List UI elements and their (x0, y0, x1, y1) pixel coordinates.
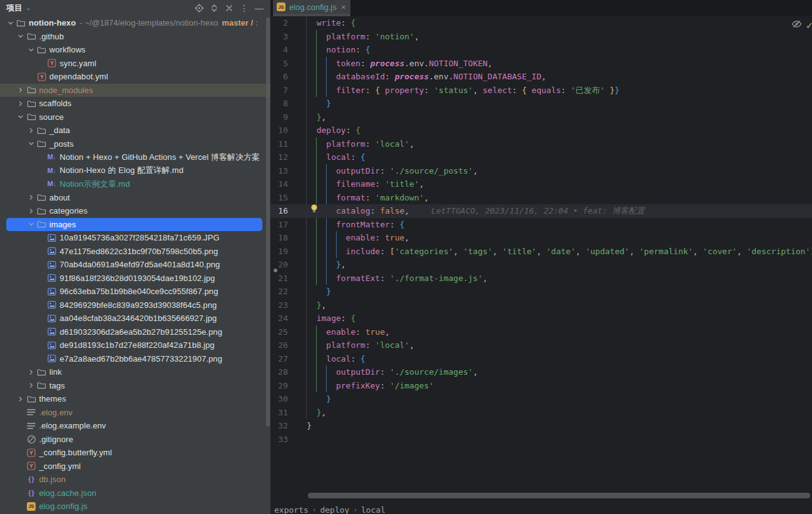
code-line[interactable]: 29 prefixKey: '/images' (270, 379, 812, 393)
code-line[interactable]: 19 include: ['categories', 'tags', 'titl… (270, 245, 812, 259)
tree-item[interactable]: Ysync.yaml (0, 57, 270, 71)
code-line[interactable]: 5 token: process.env.NOTION_TOKEN, (270, 57, 812, 71)
chevron-right-icon[interactable] (26, 192, 36, 202)
tree-item[interactable]: images (0, 218, 270, 232)
tree-item[interactable]: 70ab4da0691a94efd97d5ae401a8d140.png (0, 258, 270, 272)
tree-item[interactable]: 91f86a18f236b28d0193054dae19b102.jpg (0, 272, 270, 285)
tree-item[interactable]: 84296929bfe8c839a9293d39038f64c5.png (0, 299, 270, 312)
code-line[interactable]: 20 }, (270, 258, 812, 272)
tree-item[interactable]: de91d8193c1b7d27e88f220af42a71b8.jpg (0, 339, 270, 352)
tree-item[interactable]: e7a2a8aed67b2bb6ae47857733221907.png (0, 352, 270, 366)
code-line[interactable]: 25 enable: true, (270, 325, 812, 339)
tree-item[interactable]: .github (0, 30, 270, 44)
code-line[interactable]: 31 }, (270, 406, 812, 420)
code-line[interactable]: 2 write: { (270, 16, 812, 30)
chevron-down-icon[interactable] (26, 139, 36, 149)
code-line[interactable]: 23 }, (270, 299, 812, 312)
tree-item[interactable]: .gitignore (0, 433, 270, 447)
editor-horizontal-scrollbar[interactable] (308, 493, 810, 498)
highlighting-eye-icon[interactable] (791, 19, 802, 32)
chevron-down-icon[interactable] (26, 45, 36, 55)
code-viewport[interactable]: 2 write: {3 platform: 'notion',4 notion:… (270, 16, 812, 514)
tree-item[interactable]: workflows (0, 43, 270, 57)
code-line[interactable]: 28 outputDir: './source/images', (270, 365, 812, 379)
tree-item[interactable]: link (0, 365, 270, 379)
tree-item[interactable]: 96c63eba75b1b9b8e040ce9cc955f867.png (0, 285, 270, 299)
chevron-right-icon[interactable] (16, 85, 26, 95)
tree-item[interactable]: themes (0, 392, 270, 406)
tab-elog-config-js[interactable]: JS elog.config.js × (273, 0, 350, 14)
code-line[interactable]: 8 } (270, 97, 812, 111)
locate-icon[interactable] (192, 2, 207, 14)
code-line[interactable]: 22 } (270, 285, 812, 299)
chevron-down-icon[interactable] (16, 31, 26, 41)
code-line[interactable]: 12 local: { (270, 151, 812, 164)
intention-bulb-icon[interactable] (310, 204, 319, 218)
code-line[interactable]: 24 image: { (270, 312, 812, 325)
tree-item[interactable]: d619032306d2a6ea5b2b27b91255125e.png (0, 325, 270, 339)
tree-item[interactable]: M↓Notion-Hexo 的 Elog 配置详解.md (0, 164, 270, 178)
chevron-right-icon[interactable] (26, 126, 36, 136)
code-line[interactable]: 14 filename: 'title', (270, 177, 812, 191)
chevron-down-icon[interactable] (16, 112, 26, 122)
collapse-all-icon[interactable] (222, 2, 237, 14)
project-panel-scrollbar[interactable] (266, 17, 270, 427)
code-line[interactable]: 33 (270, 433, 812, 447)
tree-item[interactable]: { }db.json (0, 473, 270, 487)
breadcrumb-item-exports[interactable]: exports (274, 503, 309, 514)
tree-item[interactable]: aa04e8cfab38a2346420b1b635666927.jpg (0, 312, 270, 325)
code-line[interactable]: 27 local: { (270, 352, 812, 366)
code-line[interactable]: 10 deploy: { (270, 124, 812, 137)
tree-item[interactable]: notion-hexo- ~/@1874/elog-templates/noti… (0, 16, 270, 30)
tree-item[interactable]: .elog.example.env (0, 419, 270, 433)
code-line[interactable]: 26 platform: 'local', (270, 339, 812, 352)
code-line[interactable]: 6 databaseId: process.env.NOTION_DATABAS… (270, 70, 812, 84)
close-icon[interactable]: × (341, 2, 346, 12)
chevron-right-icon[interactable] (26, 206, 36, 216)
tree-item[interactable]: { }elog.cache.json (0, 487, 270, 500)
code-line[interactable]: 32} (270, 419, 812, 433)
tree-item[interactable]: _posts (0, 137, 270, 151)
chevron-right-icon[interactable] (26, 380, 36, 390)
code-line-current[interactable]: 16 catalog: false,LetTTGACO, 2023/11/16,… (270, 204, 812, 218)
code-line[interactable]: 30 } (270, 392, 812, 406)
code-line[interactable]: 7 filter: { property: 'status', select: … (270, 84, 812, 97)
tree-item[interactable]: scaffolds (0, 97, 270, 111)
code-line[interactable]: 13 outputDir: './source/_posts', (270, 164, 812, 178)
breadcrumb-item-deploy[interactable]: deploy (320, 503, 349, 514)
code-line[interactable]: 17 frontMatter: { (270, 218, 812, 232)
code-line[interactable]: 3 platform: 'notion', (270, 30, 812, 44)
tree-item[interactable]: 10a91945736a3027f2854218fa71c659.JPG (0, 231, 270, 245)
tree-item[interactable]: .elog.env (0, 406, 270, 420)
tree-item[interactable]: Ydependabot.yml (0, 70, 270, 84)
tree-item[interactable]: _data (0, 124, 270, 137)
tree-item[interactable]: source (0, 111, 270, 124)
code-line[interactable]: 18 enable: true, (270, 231, 812, 245)
chevron-right-icon[interactable] (16, 394, 26, 404)
chevron-down-icon[interactable]: ⌄ (26, 4, 31, 11)
tree-item[interactable]: M↓Notion示例文章.md (0, 177, 270, 191)
tree-item[interactable]: node_modules (0, 84, 270, 97)
more-icon[interactable]: ⋮ (237, 2, 252, 14)
breadcrumb-item-local[interactable]: local (361, 503, 385, 514)
code-line[interactable]: 4 notion: { (270, 43, 812, 57)
tree-item[interactable]: categories (0, 204, 270, 218)
tree-item[interactable]: tags (0, 379, 270, 393)
chevron-right-icon[interactable] (26, 367, 36, 377)
code-line[interactable]: 21 formatExt: './format-image.js', (270, 272, 812, 285)
hide-icon[interactable]: — (252, 2, 267, 14)
tree-item[interactable]: 47e1175ed8622c31bc9f70b7598c50b5.png (0, 245, 270, 259)
chevron-right-icon[interactable] (16, 99, 26, 109)
code-line[interactable]: 11 platform: 'local', (270, 137, 812, 151)
code-token: enable (307, 233, 375, 242)
tree-item[interactable]: Y_config.yml (0, 460, 270, 473)
tree-item[interactable]: about (0, 191, 270, 205)
code-line[interactable]: 9 }, (270, 111, 812, 124)
tree-item[interactable]: M↓Notion + Hexo + GitHub Actions + Verce… (0, 151, 270, 164)
chevron-down-icon[interactable] (5, 18, 16, 28)
chevron-down-icon[interactable] (26, 219, 36, 229)
expand-all-icon[interactable] (207, 2, 222, 14)
tree-item[interactable]: Y_config.butterfly.yml (0, 446, 270, 460)
tree-item[interactable]: JSelog.config.js (0, 500, 270, 513)
code-line[interactable]: 15 format: 'markdown', (270, 191, 812, 205)
